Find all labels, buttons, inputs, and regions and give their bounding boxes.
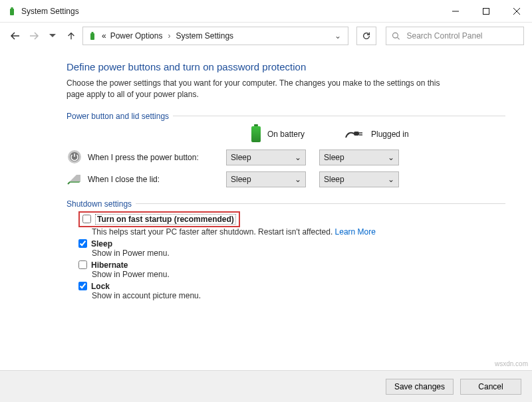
nav-row: « Power Options › System Settings ⌄ (0, 23, 532, 49)
chevron-right-icon: › (166, 31, 172, 41)
svg-rect-1 (11, 7, 13, 9)
svg-rect-10 (354, 132, 359, 136)
fast-startup-checkbox[interactable] (82, 215, 91, 223)
sleep-checkbox[interactable] (78, 239, 87, 248)
close-lid-plugged-select[interactable]: Sleep ⌄ (319, 171, 399, 187)
recent-locations-button[interactable] (45, 29, 60, 43)
cancel-button[interactable]: Cancel (460, 379, 521, 395)
close-lid-row: When I close the lid: Sleep ⌄ Sleep ⌄ (66, 171, 505, 189)
sleep-label[interactable]: Sleep (91, 239, 112, 249)
column-label: Plugged in (371, 130, 409, 139)
svg-line-9 (398, 37, 400, 39)
address-dropdown-button[interactable]: ⌄ (332, 31, 344, 41)
learn-more-link[interactable]: Learn More (335, 227, 376, 237)
row-label: When I press the power button: (88, 153, 226, 162)
fast-startup-description: This helps start your PC faster after sh… (92, 227, 335, 237)
search-input[interactable] (405, 31, 518, 41)
lock-option: Lock Show in account picture menu. (78, 282, 505, 300)
minimize-button[interactable] (440, 0, 471, 23)
address-bar[interactable]: « Power Options › System Settings ⌄ (82, 27, 348, 45)
close-button[interactable] (501, 0, 532, 23)
close-lid-battery-select[interactable]: Sleep ⌄ (226, 171, 306, 187)
save-changes-button[interactable]: Save changes (386, 379, 454, 395)
svg-rect-0 (10, 9, 14, 15)
column-plugged-in: Plugged in (344, 130, 424, 139)
sleep-description: Show in Power menu. (92, 249, 505, 258)
row-label: When I close the lid: (88, 175, 226, 184)
shutdown-settings-section: Shutdown settings Turn on fast startup (… (66, 199, 505, 300)
battery-icon (251, 126, 261, 142)
fast-startup-option: Turn on fast startup (recommended) This … (78, 211, 505, 237)
lid-icon (66, 171, 88, 189)
window-title: System Settings (21, 7, 79, 16)
footer: Save changes Cancel (0, 370, 532, 402)
column-label: On battery (267, 130, 305, 139)
svg-rect-7 (92, 32, 94, 33)
plug-icon (344, 130, 364, 139)
chevron-down-icon: ⌄ (388, 153, 394, 162)
lock-description: Show in account picture menu. (92, 291, 505, 300)
power-options-icon (7, 6, 17, 17)
svg-rect-3 (483, 8, 489, 14)
maximize-button[interactable] (471, 0, 501, 23)
svg-point-8 (393, 33, 398, 38)
hibernate-checkbox[interactable] (78, 260, 87, 269)
up-button[interactable] (64, 29, 78, 43)
search-box[interactable] (386, 27, 524, 45)
power-button-plugged-select[interactable]: Sleep ⌄ (319, 150, 399, 165)
hibernate-description: Show in Power menu. (92, 270, 505, 279)
column-on-battery: On battery (251, 126, 331, 142)
content-area: Define power buttons and turn on passwor… (0, 49, 532, 300)
titlebar: System Settings (0, 0, 532, 23)
power-button-row: When I press the power button: Sleep ⌄ S… (66, 149, 505, 167)
chevron-down-icon: ⌄ (295, 175, 301, 184)
fast-startup-label[interactable]: Turn on fast startup (recommended) (95, 214, 236, 225)
forward-button[interactable] (27, 29, 41, 43)
refresh-button[interactable] (356, 27, 376, 45)
divider (173, 116, 505, 116)
sleep-option: Sleep Show in Power menu. (78, 239, 505, 258)
power-options-icon (87, 31, 98, 41)
page-heading: Define power buttons and turn on passwor… (66, 61, 505, 72)
back-button[interactable] (8, 29, 23, 43)
power-button-icon (66, 149, 88, 167)
chevron-down-icon: ⌄ (388, 175, 394, 184)
svg-rect-6 (90, 33, 94, 40)
power-button-lid-section: Power button and lid settings On battery… (66, 112, 505, 189)
breadcrumb-glyph: « (102, 31, 106, 41)
breadcrumb-item[interactable]: System Settings (176, 31, 233, 41)
power-button-battery-select[interactable]: Sleep ⌄ (226, 150, 306, 165)
search-icon (392, 31, 400, 41)
hibernate-label[interactable]: Hibernate (91, 260, 128, 270)
section-label: Power button and lid settings (66, 112, 169, 121)
page-description: Choose the power settings that you want … (66, 78, 452, 101)
lock-checkbox[interactable] (78, 282, 87, 290)
breadcrumb-item[interactable]: Power Options (110, 31, 163, 41)
chevron-down-icon: ⌄ (295, 153, 301, 162)
divider (136, 203, 505, 204)
lock-label[interactable]: Lock (91, 282, 110, 291)
watermark: wsxdn.com (495, 360, 528, 367)
section-label: Shutdown settings (66, 199, 132, 209)
hibernate-option: Hibernate Show in Power menu. (78, 260, 505, 279)
highlight-annotation: Turn on fast startup (recommended) (78, 211, 240, 227)
